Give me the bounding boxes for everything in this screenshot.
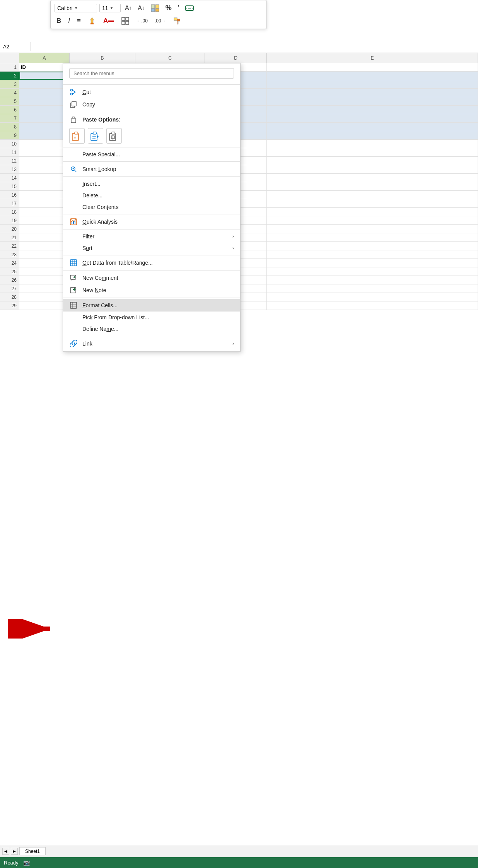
increase-font-btn[interactable]: A↑: [123, 3, 133, 13]
cell-a[interactable]: [19, 191, 70, 199]
cell-a[interactable]: [19, 233, 70, 241]
cell-e[interactable]: [267, 63, 478, 71]
row-number[interactable]: 15: [0, 182, 19, 190]
decrease-decimal-btn[interactable]: ←.00: [135, 17, 150, 25]
cell-e[interactable]: [267, 276, 478, 284]
cell-e[interactable]: [267, 80, 478, 88]
menu-search-input[interactable]: [69, 68, 234, 79]
cell-e[interactable]: [267, 165, 478, 173]
cell-a[interactable]: [19, 301, 70, 310]
col-header-c[interactable]: C: [135, 53, 205, 63]
cell-a[interactable]: [19, 293, 70, 301]
cell-a[interactable]: 1: [19, 114, 70, 122]
cell-e[interactable]: [267, 72, 478, 80]
scroll-right-btn[interactable]: ▶: [11, 848, 18, 855]
row-number[interactable]: 14: [0, 174, 19, 182]
cell-e[interactable]: [267, 216, 478, 224]
menu-item-link[interactable]: Link ›: [63, 337, 240, 350]
menu-item-paste-special[interactable]: Paste Special...: [63, 149, 240, 160]
scroll-left-btn[interactable]: ◀: [2, 848, 9, 855]
font-size-selector[interactable]: 11 ▼: [99, 4, 121, 12]
paste-btn-2[interactable]: [88, 128, 103, 144]
row-number[interactable]: 10: [0, 140, 19, 148]
row-number[interactable]: 12: [0, 157, 19, 165]
row-number[interactable]: 26: [0, 276, 19, 284]
paste-btn-3[interactable]: [106, 128, 122, 144]
row-number[interactable]: 28: [0, 293, 19, 301]
highlight-color-btn[interactable]: [86, 15, 98, 26]
row-number[interactable]: 25: [0, 267, 19, 276]
increase-decimal-btn[interactable]: .00→: [153, 17, 168, 25]
cell-e[interactable]: [267, 157, 478, 165]
cell-e[interactable]: [267, 267, 478, 276]
cell-a[interactable]: [19, 276, 70, 284]
cell-a[interactable]: 1: [19, 72, 70, 80]
row-number[interactable]: 3: [0, 80, 19, 88]
cell-e[interactable]: [267, 301, 478, 310]
menu-item-delete[interactable]: Delete...: [63, 190, 240, 201]
row-number[interactable]: 13: [0, 165, 19, 173]
row-number[interactable]: 7: [0, 114, 19, 122]
sheet-tab-sheet1[interactable]: Sheet1: [19, 847, 46, 855]
row-number[interactable]: 22: [0, 242, 19, 250]
menu-item-new-comment[interactable]: New Comment: [63, 272, 240, 284]
cell-e[interactable]: [267, 199, 478, 207]
cell-a[interactable]: 1: [19, 106, 70, 114]
cell-a[interactable]: [19, 259, 70, 267]
comma-btn[interactable]: ': [176, 3, 181, 13]
cell-a[interactable]: [19, 284, 70, 293]
row-number[interactable]: 16: [0, 191, 19, 199]
font-color-btn[interactable]: A: [101, 16, 116, 26]
borders-btn[interactable]: [119, 15, 131, 26]
font-selector[interactable]: Calibri ▼: [55, 4, 97, 12]
italic-btn[interactable]: I: [66, 16, 72, 26]
cell-e[interactable]: [267, 174, 478, 182]
cell-e[interactable]: [267, 233, 478, 241]
cell-e[interactable]: [267, 259, 478, 267]
menu-item-filter[interactable]: Filter ›: [63, 231, 240, 242]
accounting-btn[interactable]: [183, 3, 196, 13]
row-number[interactable]: 23: [0, 250, 19, 259]
menu-item-insert[interactable]: Insert...: [63, 178, 240, 190]
name-box[interactable]: A2: [0, 42, 31, 51]
cell-e[interactable]: [267, 89, 478, 97]
cell-a[interactable]: 1: [19, 89, 70, 97]
cell-e[interactable]: [267, 293, 478, 301]
col-header-d[interactable]: D: [205, 53, 267, 63]
menu-item-cut[interactable]: Cut: [63, 86, 240, 98]
row-number[interactable]: 21: [0, 233, 19, 241]
cell-a[interactable]: [19, 165, 70, 173]
menu-item-pick-dropdown[interactable]: Pick From Drop-down List...: [63, 312, 240, 323]
menu-item-clear-contents[interactable]: Clear Contents: [63, 201, 240, 213]
row-number[interactable]: 6: [0, 106, 19, 114]
cell-e[interactable]: [267, 225, 478, 233]
row-number[interactable]: 11: [0, 148, 19, 156]
cell-a[interactable]: 1: [19, 80, 70, 88]
cell-e[interactable]: [267, 182, 478, 190]
cell-e[interactable]: [267, 97, 478, 105]
decrease-font-btn[interactable]: A↓: [136, 3, 146, 13]
menu-item-quick-analysis[interactable]: Quick Analysis: [63, 216, 240, 228]
menu-item-copy[interactable]: Copy: [63, 98, 240, 111]
row-number[interactable]: 18: [0, 208, 19, 216]
cell-a[interactable]: [19, 148, 70, 156]
menu-item-define-name[interactable]: Define Name...: [63, 323, 240, 335]
cell-e[interactable]: [267, 250, 478, 259]
cell-a[interactable]: [19, 225, 70, 233]
row-number[interactable]: 8: [0, 123, 19, 131]
cell-e[interactable]: [267, 148, 478, 156]
cell-e[interactable]: [267, 123, 478, 131]
cell-a[interactable]: [19, 174, 70, 182]
menu-item-new-note[interactable]: New Note: [63, 284, 240, 296]
bold-btn[interactable]: B: [55, 16, 63, 26]
row-number[interactable]: 17: [0, 199, 19, 207]
cell-e[interactable]: [267, 208, 478, 216]
cell-a[interactable]: 1: [19, 123, 70, 131]
col-header-a[interactable]: A: [19, 53, 70, 63]
cell-e[interactable]: [267, 114, 478, 122]
cell-e[interactable]: [267, 106, 478, 114]
cell-e[interactable]: [267, 131, 478, 139]
cell-a[interactable]: [19, 157, 70, 165]
cell-a[interactable]: [19, 242, 70, 250]
cell-a[interactable]: 1: [19, 97, 70, 105]
